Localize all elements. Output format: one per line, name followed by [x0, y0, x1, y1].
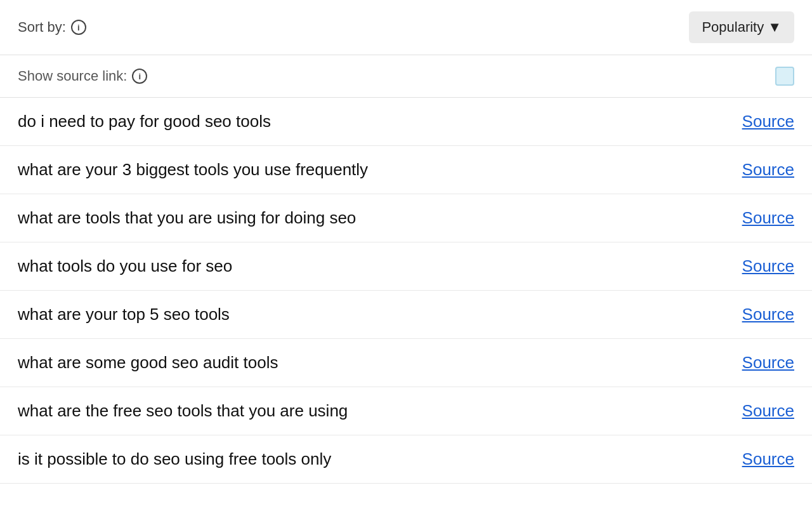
result-text: do i need to pay for good seo tools — [18, 112, 271, 131]
result-row: what are your top 5 seo toolsSource — [0, 291, 812, 339]
source-link[interactable]: Source — [742, 449, 794, 469]
source-link-label: Show source link: i — [18, 68, 147, 84]
result-text: what are your top 5 seo tools — [18, 305, 230, 324]
result-text: what are the free seo tools that you are… — [18, 401, 348, 421]
sort-label: Sort by: i — [18, 19, 86, 36]
source-link[interactable]: Source — [742, 305, 794, 324]
source-link-info-icon[interactable]: i — [132, 69, 147, 84]
result-text: what are tools that you are using for do… — [18, 208, 356, 228]
result-row: what are your 3 biggest tools you use fr… — [0, 146, 812, 194]
main-container: Sort by: i Popularity ▼ Show source link… — [0, 0, 812, 484]
source-link[interactable]: Source — [742, 401, 794, 421]
result-text: is it possible to do seo using free tool… — [18, 449, 331, 469]
source-link-row: Show source link: i — [0, 55, 812, 98]
sort-dropdown-value: Popularity — [702, 19, 764, 36]
result-row: is it possible to do seo using free tool… — [0, 435, 812, 484]
results-list: do i need to pay for good seo toolsSourc… — [0, 98, 812, 484]
show-source-text: Show source link: — [18, 68, 127, 84]
source-link[interactable]: Source — [742, 353, 794, 373]
source-link[interactable]: Source — [742, 256, 794, 276]
source-link[interactable]: Source — [742, 208, 794, 228]
result-row: do i need to pay for good seo toolsSourc… — [0, 98, 812, 146]
result-row: what are some good seo audit toolsSource — [0, 339, 812, 387]
sort-row: Sort by: i Popularity ▼ — [0, 0, 812, 55]
sort-dropdown[interactable]: Popularity ▼ — [689, 11, 794, 43]
chevron-down-icon: ▼ — [768, 19, 782, 36]
show-source-checkbox[interactable] — [775, 67, 794, 86]
result-row: what are the free seo tools that you are… — [0, 387, 812, 435]
source-link[interactable]: Source — [742, 112, 794, 131]
sort-by-text: Sort by: — [18, 19, 66, 36]
source-link[interactable]: Source — [742, 160, 794, 180]
sort-info-icon[interactable]: i — [71, 20, 86, 35]
result-text: what tools do you use for seo — [18, 256, 232, 276]
result-text: what are some good seo audit tools — [18, 353, 278, 373]
result-row: what tools do you use for seoSource — [0, 242, 812, 291]
result-text: what are your 3 biggest tools you use fr… — [18, 160, 368, 180]
result-row: what are tools that you are using for do… — [0, 194, 812, 242]
